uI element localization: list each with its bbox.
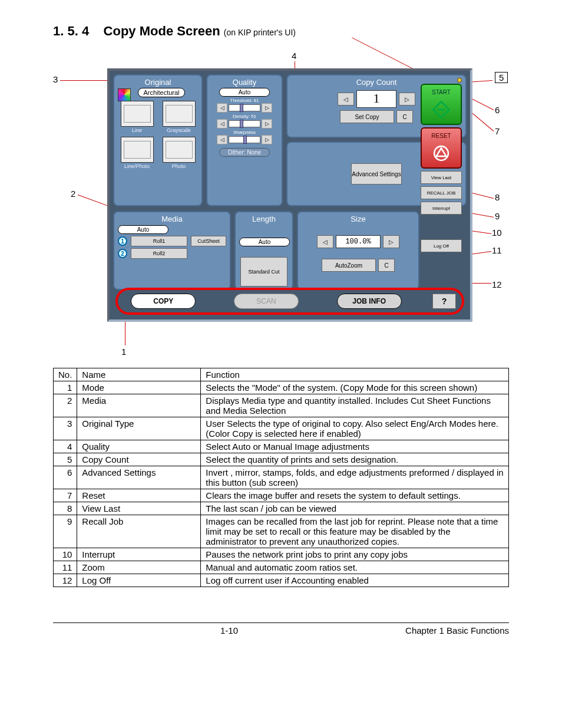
cell-no: 1 [54, 381, 77, 394]
standard-cut-button[interactable]: Standard Cut [240, 257, 287, 286]
cell-no: 2 [54, 394, 77, 417]
architectural-button[interactable]: Architectural [138, 88, 185, 97]
cell-function: User Selects the type of original to cop… [201, 417, 509, 440]
cell-no: 5 [54, 453, 77, 466]
start-button[interactable]: START [421, 84, 462, 125]
reset-button[interactable]: RESET [421, 127, 462, 169]
length-auto-button[interactable]: Auto [239, 238, 290, 246]
threshold-decrease-button[interactable]: ◁ [217, 103, 227, 113]
heading-title: Copy Mode Screen [104, 24, 220, 38]
table-row: 9Recall JobImages can be recalled from t… [54, 515, 509, 548]
cell-no: 7 [54, 489, 77, 502]
table-row: 3Original TypeUser Selects the type of o… [54, 417, 509, 440]
size-increase-button[interactable]: ▷ [383, 235, 399, 248]
callout-3: 3 [53, 74, 58, 84]
cell-name: Original Type [77, 417, 201, 440]
interrupt-button[interactable]: Interrupt [421, 202, 462, 215]
advanced-settings-button[interactable]: Advanced Settings [351, 163, 402, 185]
dither-button[interactable]: Dither: None [219, 148, 270, 157]
original-thumb-grayscale[interactable]: Grayscale [160, 101, 198, 133]
threshold-increase-button[interactable]: ▷ [262, 103, 272, 113]
sharpness-slider-row: ◁ ▷ [211, 135, 278, 144]
table-row: 10InterruptPauses the network print jobs… [54, 548, 509, 561]
density-increase-button[interactable]: ▷ [262, 119, 272, 129]
original-thumb-line[interactable]: Line [118, 101, 156, 133]
size-clear-button[interactable]: C [378, 259, 395, 272]
callout-1: 1 [121, 347, 126, 357]
cell-function: Clears the image buffer and resets the s… [201, 489, 509, 502]
table-row: 6Advanced SettingsInvert , mirror, stamp… [54, 466, 509, 489]
roll2-button[interactable]: Roll2 [131, 248, 187, 259]
cell-function: Displays Media type and quantity install… [201, 394, 509, 417]
table-row: 11ZoomManual and automatic zoom ratios s… [54, 561, 509, 574]
table-row: 4QualitySelect Auto or Manual Image adju… [54, 440, 509, 453]
media-auto-button[interactable]: Auto [118, 225, 168, 234]
status-led-icon [457, 78, 462, 83]
log-off-button[interactable]: Log Off [421, 239, 462, 252]
cell-function: Images can be recalled from the last job… [201, 515, 509, 548]
callout-4: 4 [292, 51, 296, 61]
threshold-slider-row: ◁ ▷ [211, 103, 278, 113]
heading-suffix: (on KIP printer's UI) [224, 28, 296, 37]
threshold-slider[interactable] [229, 104, 260, 111]
color-swatch-icon[interactable] [118, 88, 131, 101]
cell-function: Log off current user if Accounting enabl… [201, 574, 509, 587]
sharpness-slider[interactable] [229, 136, 260, 143]
copy-count-title: Copy Count [356, 78, 397, 87]
density-slider-row: ◁ ▷ [211, 119, 278, 129]
original-title: Original [118, 78, 198, 87]
reset-label: RESET [431, 133, 451, 139]
quality-panel: Quality Auto Threshold: 81 ◁ ▷ Density: … [206, 74, 283, 206]
length-title: Length [252, 215, 276, 223]
help-button[interactable]: ? [432, 294, 456, 309]
sharpness-decrease-button[interactable]: ◁ [217, 135, 227, 144]
svg-marker-3 [437, 148, 447, 156]
cell-function: Manual and automatic zoom ratios set. [201, 561, 509, 574]
cell-no: 4 [54, 440, 77, 453]
copy-count-increase-button[interactable]: ▷ [399, 93, 415, 106]
table-row: 2MediaDisplays Media type and quantity i… [54, 394, 509, 417]
set-copy-button[interactable]: Set Copy [340, 110, 394, 123]
size-value: 100.0% [336, 235, 381, 248]
cell-name: Media [77, 394, 201, 417]
mode-scan-button[interactable]: SCAN [234, 294, 299, 309]
cell-name: Mode [77, 381, 201, 394]
cell-no: 3 [54, 417, 77, 440]
callout-10: 10 [492, 228, 502, 238]
media-title: Media [118, 215, 226, 223]
start-label: START [432, 89, 451, 95]
original-thumb-linephoto[interactable]: Line/Photo [118, 137, 156, 169]
cell-no: 8 [54, 502, 77, 515]
footer-chapter: Chapter 1 Basic Functions [405, 625, 509, 635]
callout-7: 7 [495, 126, 500, 136]
density-decrease-button[interactable]: ◁ [217, 119, 227, 129]
cell-name: Quality [77, 440, 201, 453]
th-no: No. [54, 368, 77, 381]
original-thumb-photo[interactable]: Photo [160, 137, 198, 169]
density-slider[interactable] [229, 120, 260, 127]
cell-no: 6 [54, 466, 77, 489]
quality-auto-button[interactable]: Auto [219, 88, 270, 97]
cell-no: 11 [54, 561, 77, 574]
printer-ui-screenshot: Original Architectural Line Grayscale Li… [107, 68, 472, 322]
size-panel: Size ◁ 100.0% ▷ AutoZoom C [297, 211, 419, 290]
cell-function: The last scan / job can be viewed [201, 502, 509, 515]
cutsheet-button[interactable]: CutSheet [191, 236, 226, 246]
copy-count-decrease-button[interactable]: ◁ [338, 93, 354, 106]
size-decrease-button[interactable]: ◁ [317, 235, 333, 248]
mode-jobinfo-button[interactable]: JOB INFO [337, 294, 402, 309]
view-last-button[interactable]: View Last [421, 171, 462, 184]
copy-count-value: 1 [356, 90, 396, 108]
mode-copy-button[interactable]: COPY [131, 294, 196, 309]
roll1-button[interactable]: Roll1 [131, 236, 187, 246]
recall-job-button[interactable]: RECALL JOB [421, 186, 462, 199]
cell-name: Recall Job [77, 515, 201, 548]
th-name: Name [77, 368, 201, 381]
copy-count-clear-button[interactable]: C [396, 110, 413, 123]
section-heading: 1. 5. 4 Copy Mode Screen (on KIP printer… [53, 24, 509, 39]
size-title: Size [351, 215, 365, 223]
cell-name: Interrupt [77, 548, 201, 561]
sharpness-increase-button[interactable]: ▷ [262, 135, 272, 144]
autozoom-button[interactable]: AutoZoom [322, 259, 376, 272]
cell-function: Select the quantity of prints and sets d… [201, 453, 509, 466]
